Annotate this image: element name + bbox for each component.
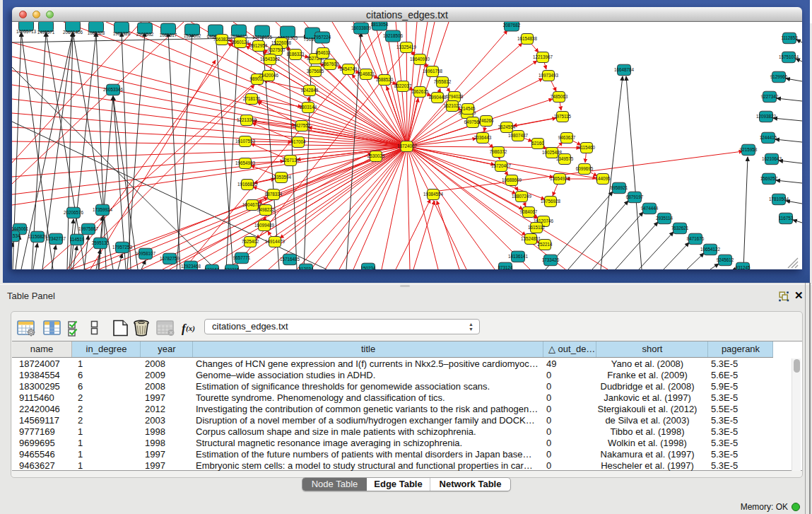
svg-text:12213369: 12213369 <box>237 117 257 122</box>
svg-text:16099489: 16099489 <box>254 223 275 228</box>
svg-text:8958921: 8958921 <box>611 185 628 190</box>
svg-text:923161: 923161 <box>204 267 220 269</box>
svg-text:746266: 746266 <box>478 118 494 123</box>
svg-text:912034: 912034 <box>298 267 314 269</box>
svg-text:10958107: 10958107 <box>136 251 156 256</box>
svg-text:16154838: 16154838 <box>517 36 538 41</box>
svg-text:16107553: 16107553 <box>235 139 256 144</box>
svg-text:2036443: 2036443 <box>474 135 492 140</box>
svg-text:10756928: 10756928 <box>541 199 561 204</box>
svg-text:13524851: 13524851 <box>521 236 541 241</box>
svg-text:19654983: 19654983 <box>235 160 256 165</box>
svg-text:13353594: 13353594 <box>271 175 292 180</box>
svg-text:18724007: 18724007 <box>397 144 418 148</box>
svg-text:16210643: 16210643 <box>762 156 782 161</box>
svg-text:16033809: 16033809 <box>351 25 372 30</box>
svg-text:3624554: 3624554 <box>498 124 516 129</box>
svg-text:20053346: 20053346 <box>103 87 124 92</box>
svg-text:1965328: 1965328 <box>113 31 131 36</box>
svg-text:15720407: 15720407 <box>491 163 512 168</box>
svg-text:2867608: 2867608 <box>322 62 339 66</box>
svg-text:2087682: 2087682 <box>503 23 521 28</box>
svg-text:1621022: 1621022 <box>444 103 461 108</box>
svg-text:2718176: 2718176 <box>243 96 261 101</box>
svg-text:252214: 252214 <box>537 242 553 247</box>
svg-text:15751074: 15751074 <box>779 54 799 59</box>
svg-text:1085328: 1085328 <box>88 30 105 35</box>
svg-text:7485063: 7485063 <box>551 94 568 99</box>
svg-text:12923468: 12923468 <box>181 264 201 269</box>
svg-text:1349575: 1349575 <box>556 156 574 161</box>
svg-text:12093822: 12093822 <box>756 114 777 119</box>
svg-text:10807487: 10807487 <box>508 133 529 138</box>
svg-text:873124: 873124 <box>498 265 513 269</box>
svg-text:19975867: 19975867 <box>78 226 99 231</box>
svg-text:8322037: 8322037 <box>394 83 412 88</box>
svg-text:10654122: 10654122 <box>700 247 721 252</box>
svg-text:8878334: 8878334 <box>265 192 283 197</box>
svg-text:13654923: 13654923 <box>550 176 570 181</box>
svg-text:2530023: 2530023 <box>367 153 385 158</box>
svg-text:1588520: 1588520 <box>376 77 394 82</box>
svg-text:15716485: 15716485 <box>280 257 300 262</box>
svg-text:17957253: 17957253 <box>112 245 133 250</box>
svg-text:9129966: 9129966 <box>770 74 788 79</box>
svg-text:9242848: 9242848 <box>301 88 319 93</box>
svg-text:12342737: 12342737 <box>46 236 66 241</box>
svg-text:116753: 116753 <box>779 216 794 221</box>
svg-text:20206576: 20206576 <box>64 210 84 215</box>
svg-text:9657771: 9657771 <box>233 255 251 260</box>
svg-text:19166825: 19166825 <box>237 182 258 187</box>
svg-text:6794028: 6794028 <box>446 94 464 99</box>
svg-text:8215958: 8215958 <box>740 147 758 152</box>
svg-text:8912954: 8912954 <box>250 43 268 48</box>
svg-text:9245612: 9245612 <box>717 257 734 262</box>
svg-text:2106532: 2106532 <box>136 32 154 37</box>
svg-text:11156829: 11156829 <box>28 234 47 239</box>
svg-text:8427552: 8427552 <box>293 123 311 128</box>
svg-text:1495571: 1495571 <box>37 30 55 35</box>
svg-text:8454749: 8454749 <box>340 66 358 71</box>
svg-text:18807249: 18807249 <box>512 194 532 199</box>
svg-text:9227342: 9227342 <box>761 94 779 99</box>
svg-text:1569257: 1569257 <box>760 176 778 181</box>
svg-text:17810504: 17810504 <box>769 197 789 201</box>
svg-text:214545: 214545 <box>460 106 476 111</box>
svg-text:14136141: 14136141 <box>508 254 529 259</box>
svg-text:7986372: 7986372 <box>490 149 507 154</box>
svg-text:1733426: 1733426 <box>542 257 560 262</box>
svg-text:7632621: 7632621 <box>671 226 689 230</box>
svg-text:14914479: 14914479 <box>265 239 286 244</box>
svg-text:114519: 114519 <box>70 237 85 242</box>
svg-text:9146821: 9146821 <box>358 71 375 76</box>
svg-text:9327500: 9327500 <box>268 47 286 52</box>
svg-text:9115460: 9115460 <box>578 145 596 150</box>
svg-text:2935114: 2935114 <box>656 216 673 221</box>
svg-text:3267130: 3267130 <box>282 158 300 163</box>
svg-text:3675685: 3675685 <box>307 69 324 74</box>
svg-text:8186323: 8186323 <box>287 52 305 57</box>
svg-text:391534: 391534 <box>12 233 20 238</box>
svg-text:19384554: 19384554 <box>423 192 444 197</box>
svg-text:1975115: 1975115 <box>554 114 572 119</box>
svg-text:3498222: 3498222 <box>257 207 275 212</box>
svg-text:7957224: 7957224 <box>314 35 331 40</box>
svg-text:7955812: 7955812 <box>434 79 452 84</box>
svg-text:9463627: 9463627 <box>558 135 576 140</box>
svg-text:20691406: 20691406 <box>63 30 83 35</box>
svg-text:1112853: 1112853 <box>781 35 798 40</box>
svg-text:10719155: 10719155 <box>252 35 273 40</box>
svg-text:8990448: 8990448 <box>429 95 447 100</box>
svg-text:1362615: 1362615 <box>411 89 429 94</box>
svg-text:14055713: 14055713 <box>16 29 37 34</box>
svg-text:839215: 839215 <box>224 267 240 269</box>
svg-text:8813054: 8813054 <box>371 22 389 27</box>
svg-text:150234: 150234 <box>360 266 376 269</box>
svg-text:1615112: 1615112 <box>528 225 546 230</box>
svg-text:954632: 954632 <box>315 50 331 55</box>
svg-text:18640910: 18640910 <box>410 57 430 62</box>
svg-text:15226058: 15226058 <box>271 40 292 45</box>
svg-text:6879197: 6879197 <box>626 194 644 199</box>
svg-text:1527602: 1527602 <box>184 33 201 38</box>
svg-text:8471676: 8471676 <box>687 236 705 241</box>
